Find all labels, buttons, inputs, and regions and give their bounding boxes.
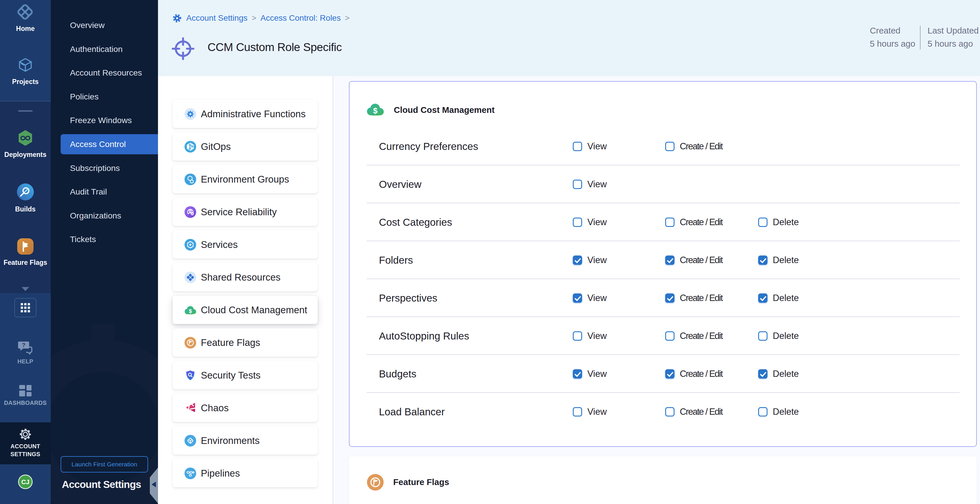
svg-text:$: $ (373, 107, 377, 115)
svg-text:?: ? (22, 342, 25, 348)
svg-text:$: $ (189, 308, 192, 314)
